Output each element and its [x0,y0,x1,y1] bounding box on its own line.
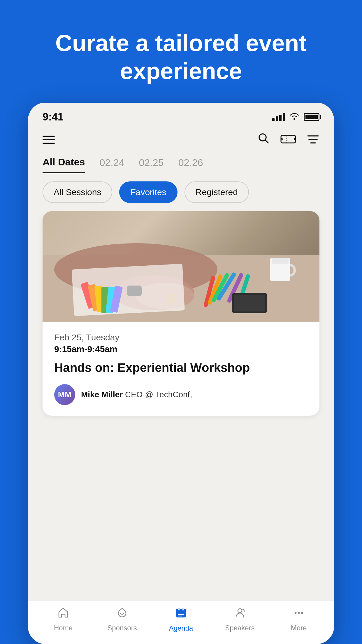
nav-more[interactable]: More [269,607,328,632]
speakers-icon [234,607,246,622]
nav-home-label: Home [54,624,73,632]
ticket-icon[interactable] [280,134,296,146]
home-icon [57,607,69,622]
nav-sponsors[interactable]: Sponsors [93,607,152,632]
speaker-name: Mike Miller [81,390,123,399]
nav-speakers-label: Speakers [225,624,254,632]
svg-point-38 [238,609,242,613]
nav-more-label: More [291,624,307,632]
signal-icon [272,113,285,121]
svg-point-40 [298,612,300,614]
sponsors-icon [116,607,128,622]
session-card[interactable]: Feb 25, Tuesday 9:15am-9:45am Hands on: … [43,211,319,416]
nav-right-icons [257,132,319,148]
session-date: Feb 25, Tuesday [54,332,308,342]
session-card-image [43,211,319,322]
session-filters: All Sessions Favorites Registered [28,173,334,211]
filter-icon[interactable] [307,134,319,146]
speaker-avatar: MM [54,384,75,405]
status-icons [272,112,319,122]
tab-all-dates[interactable]: All Dates [43,156,85,173]
filter-registered[interactable]: Registered [184,181,249,203]
session-time: 9:15am-9:45am [54,344,308,354]
tab-date-0224[interactable]: 02.24 [100,157,124,173]
menu-button[interactable] [43,136,55,144]
session-list: Feb 25, Tuesday 9:15am-9:45am Hands on: … [28,211,334,600]
bottom-nav: Home Sponsors [28,600,334,644]
speaker-info: Mike Miller CEO @ TechConf, [81,389,192,400]
status-bar: 9:41 [28,103,334,126]
filter-all-sessions[interactable]: All Sessions [43,181,112,203]
phone-frame: 9:41 [28,103,334,644]
nav-speakers[interactable]: Speakers [210,607,269,632]
svg-point-41 [301,612,303,614]
nav-agenda[interactable]: Agenda [152,606,210,632]
nav-agenda-label: Agenda [169,624,193,632]
svg-rect-2 [281,135,296,143]
nav-home[interactable]: Home [34,607,93,632]
svg-point-39 [295,612,297,614]
svg-rect-37 [182,608,184,610]
tab-date-0225[interactable]: 02.25 [139,157,164,173]
agenda-icon [175,606,187,622]
nav-sponsors-label: Sponsors [107,624,137,632]
date-tabs: All Dates 02.24 02.25 02.26 [28,153,334,173]
session-title: Hands on: Experiential Workshop [54,360,308,376]
wifi-icon [289,112,300,122]
session-card-content: Feb 25, Tuesday 9:15am-9:45am Hands on: … [43,322,319,416]
filter-favorites[interactable]: Favorites [119,181,177,203]
session-speaker: MM Mike Miller CEO @ TechConf, [54,384,308,405]
top-nav [28,126,334,153]
svg-rect-33 [176,609,186,612]
battery-icon [304,113,319,121]
svg-rect-36 [178,608,180,610]
tab-date-0226[interactable]: 02.26 [178,157,203,173]
status-time: 9:41 [43,111,64,123]
svg-point-0 [294,118,295,120]
more-icon [293,607,305,622]
svg-rect-29 [234,295,265,312]
svg-rect-27 [272,258,289,264]
search-icon[interactable] [257,132,270,148]
hero-title: Curate a tailored event experience [0,0,362,103]
